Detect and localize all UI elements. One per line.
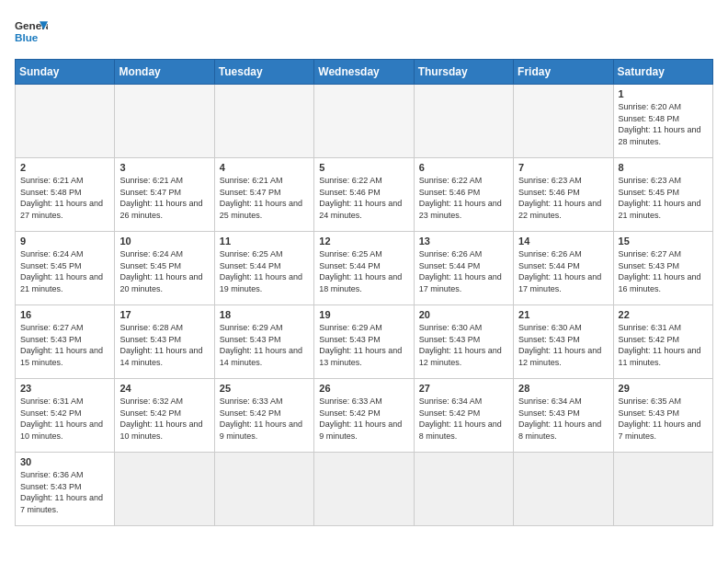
- calendar-cell: [214, 85, 313, 158]
- day-info: Sunrise: 6:26 AMSunset: 5:44 PMDaylight:…: [419, 248, 508, 294]
- calendar-cell: 26Sunrise: 6:33 AMSunset: 5:42 PMDayligh…: [314, 379, 414, 453]
- day-info: Sunrise: 6:21 AMSunset: 5:47 PMDaylight:…: [220, 175, 309, 221]
- day-info: Sunrise: 6:34 AMSunset: 5:42 PMDaylight:…: [419, 396, 508, 442]
- day-number: 12: [319, 236, 408, 247]
- day-info: Sunrise: 6:29 AMSunset: 5:43 PMDaylight:…: [220, 322, 309, 368]
- day-info: Sunrise: 6:26 AMSunset: 5:44 PMDaylight:…: [518, 248, 608, 294]
- day-info: Sunrise: 6:25 AMSunset: 5:44 PMDaylight:…: [319, 248, 408, 294]
- header-thursday: Thursday: [414, 60, 513, 85]
- day-info: Sunrise: 6:20 AMSunset: 5:48 PMDaylight:…: [619, 101, 708, 147]
- header-tuesday: Tuesday: [214, 60, 313, 85]
- svg-text:Blue: Blue: [15, 31, 39, 43]
- day-info: Sunrise: 6:35 AMSunset: 5:43 PMDaylight:…: [619, 396, 708, 442]
- calendar-cell: 4Sunrise: 6:21 AMSunset: 5:47 PMDaylight…: [214, 158, 313, 232]
- logo-icon: General Blue: [15, 15, 48, 48]
- calendar-cell: [314, 453, 414, 526]
- day-info: Sunrise: 6:24 AMSunset: 5:45 PMDaylight:…: [119, 248, 209, 294]
- day-number: 27: [419, 383, 508, 394]
- day-number: 3: [119, 162, 209, 173]
- day-info: Sunrise: 6:36 AMSunset: 5:43 PMDaylight:…: [20, 469, 109, 515]
- day-number: 8: [619, 162, 708, 173]
- day-number: 15: [619, 236, 708, 247]
- day-info: Sunrise: 6:30 AMSunset: 5:43 PMDaylight:…: [518, 322, 608, 368]
- calendar-cell: 7Sunrise: 6:23 AMSunset: 5:46 PMDaylight…: [514, 158, 613, 232]
- day-info: Sunrise: 6:29 AMSunset: 5:43 PMDaylight:…: [319, 322, 408, 368]
- day-number: 14: [518, 236, 608, 247]
- calendar-header-row: SundayMondayTuesdayWednesdayThursdayFrid…: [16, 60, 713, 85]
- day-info: Sunrise: 6:27 AMSunset: 5:43 PMDaylight:…: [20, 322, 109, 368]
- calendar-cell: [115, 453, 214, 526]
- calendar-cell: 12Sunrise: 6:25 AMSunset: 5:44 PMDayligh…: [314, 232, 414, 305]
- day-number: 10: [119, 236, 209, 247]
- calendar-cell: 30Sunrise: 6:36 AMSunset: 5:43 PMDayligh…: [16, 453, 115, 526]
- day-number: 6: [419, 162, 508, 173]
- day-number: 28: [518, 383, 608, 394]
- calendar-cell: 29Sunrise: 6:35 AMSunset: 5:43 PMDayligh…: [613, 379, 712, 453]
- day-number: 11: [220, 236, 309, 247]
- calendar-cell: 11Sunrise: 6:25 AMSunset: 5:44 PMDayligh…: [214, 232, 313, 305]
- day-info: Sunrise: 6:31 AMSunset: 5:42 PMDaylight:…: [20, 396, 109, 442]
- header-saturday: Saturday: [613, 60, 712, 85]
- calendar-cell: 19Sunrise: 6:29 AMSunset: 5:43 PMDayligh…: [314, 305, 414, 379]
- calendar-cell: 16Sunrise: 6:27 AMSunset: 5:43 PMDayligh…: [16, 305, 115, 379]
- day-info: Sunrise: 6:22 AMSunset: 5:46 PMDaylight:…: [319, 175, 408, 221]
- week-row-5: 23Sunrise: 6:31 AMSunset: 5:42 PMDayligh…: [16, 379, 713, 453]
- calendar-cell: [214, 453, 313, 526]
- day-info: Sunrise: 6:33 AMSunset: 5:42 PMDaylight:…: [319, 396, 408, 442]
- day-number: 26: [319, 383, 408, 394]
- calendar-cell: [613, 453, 712, 526]
- header-monday: Monday: [115, 60, 214, 85]
- calendar-cell: 3Sunrise: 6:21 AMSunset: 5:47 PMDaylight…: [115, 158, 214, 232]
- week-row-3: 9Sunrise: 6:24 AMSunset: 5:45 PMDaylight…: [16, 232, 713, 305]
- calendar-cell: 23Sunrise: 6:31 AMSunset: 5:42 PMDayligh…: [16, 379, 115, 453]
- calendar-cell: 15Sunrise: 6:27 AMSunset: 5:43 PMDayligh…: [613, 232, 712, 305]
- calendar-cell: [414, 85, 513, 158]
- day-number: 17: [119, 309, 209, 320]
- week-row-1: 1Sunrise: 6:20 AMSunset: 5:48 PMDaylight…: [16, 85, 713, 158]
- header-sunday: Sunday: [16, 60, 115, 85]
- week-row-2: 2Sunrise: 6:21 AMSunset: 5:48 PMDaylight…: [16, 158, 713, 232]
- calendar-cell: 8Sunrise: 6:23 AMSunset: 5:45 PMDaylight…: [613, 158, 712, 232]
- day-info: Sunrise: 6:25 AMSunset: 5:44 PMDaylight:…: [220, 248, 309, 294]
- day-number: 2: [20, 162, 109, 173]
- calendar-cell: 25Sunrise: 6:33 AMSunset: 5:42 PMDayligh…: [214, 379, 313, 453]
- day-number: 24: [119, 383, 209, 394]
- calendar-cell: [514, 85, 613, 158]
- day-info: Sunrise: 6:28 AMSunset: 5:43 PMDaylight:…: [119, 322, 209, 368]
- calendar-cell: 10Sunrise: 6:24 AMSunset: 5:45 PMDayligh…: [115, 232, 214, 305]
- week-row-4: 16Sunrise: 6:27 AMSunset: 5:43 PMDayligh…: [16, 305, 713, 379]
- day-number: 7: [518, 162, 608, 173]
- day-info: Sunrise: 6:30 AMSunset: 5:43 PMDaylight:…: [419, 322, 508, 368]
- day-number: 23: [20, 383, 109, 394]
- calendar-cell: 1Sunrise: 6:20 AMSunset: 5:48 PMDaylight…: [613, 85, 712, 158]
- calendar-cell: 14Sunrise: 6:26 AMSunset: 5:44 PMDayligh…: [514, 232, 613, 305]
- page-header: General Blue: [15, 15, 713, 48]
- calendar-cell: [314, 85, 414, 158]
- day-info: Sunrise: 6:33 AMSunset: 5:42 PMDaylight:…: [220, 396, 309, 442]
- day-number: 25: [220, 383, 309, 394]
- logo: General Blue: [15, 15, 48, 48]
- day-info: Sunrise: 6:23 AMSunset: 5:45 PMDaylight:…: [619, 175, 708, 221]
- day-number: 13: [419, 236, 508, 247]
- calendar-cell: [115, 85, 214, 158]
- calendar-cell: 18Sunrise: 6:29 AMSunset: 5:43 PMDayligh…: [214, 305, 313, 379]
- calendar-cell: 20Sunrise: 6:30 AMSunset: 5:43 PMDayligh…: [414, 305, 513, 379]
- calendar-cell: 21Sunrise: 6:30 AMSunset: 5:43 PMDayligh…: [514, 305, 613, 379]
- day-info: Sunrise: 6:21 AMSunset: 5:48 PMDaylight:…: [20, 175, 109, 221]
- day-info: Sunrise: 6:24 AMSunset: 5:45 PMDaylight:…: [20, 248, 109, 294]
- day-number: 19: [319, 309, 408, 320]
- day-number: 9: [20, 236, 109, 247]
- calendar-cell: [414, 453, 513, 526]
- calendar-cell: [16, 85, 115, 158]
- calendar-cell: 2Sunrise: 6:21 AMSunset: 5:48 PMDaylight…: [16, 158, 115, 232]
- day-number: 4: [220, 162, 309, 173]
- calendar-cell: 22Sunrise: 6:31 AMSunset: 5:42 PMDayligh…: [613, 305, 712, 379]
- day-info: Sunrise: 6:21 AMSunset: 5:47 PMDaylight:…: [119, 175, 209, 221]
- day-number: 21: [518, 309, 608, 320]
- calendar-cell: 9Sunrise: 6:24 AMSunset: 5:45 PMDaylight…: [16, 232, 115, 305]
- day-info: Sunrise: 6:22 AMSunset: 5:46 PMDaylight:…: [419, 175, 508, 221]
- day-number: 29: [619, 383, 708, 394]
- day-number: 30: [20, 456, 109, 467]
- calendar-table: SundayMondayTuesdayWednesdayThursdayFrid…: [15, 59, 713, 526]
- header-friday: Friday: [514, 60, 613, 85]
